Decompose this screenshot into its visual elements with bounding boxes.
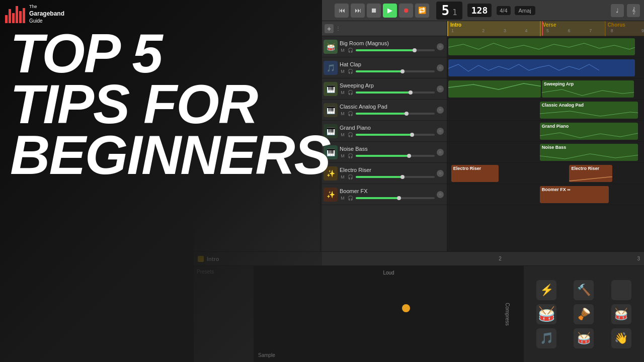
ruler-mark-5: 5 — [537, 28, 558, 33]
track-row: ✨ Electro Riser M 🎧 ○ — [320, 163, 447, 184]
track-headphone-analog-pad[interactable]: 🎧 — [347, 111, 353, 117]
track-headphone-noise-bass[interactable]: 🎧 — [347, 153, 353, 159]
position-bars: 5 — [441, 3, 449, 18]
track-headphone-big-room[interactable]: 🎧 — [347, 47, 353, 53]
instrument-item-hammer[interactable]: 🔨 — [567, 280, 600, 300]
logo-text: The Garageband Guide — [29, 4, 64, 24]
segment-grand-piano[interactable]: Grand Piano — [540, 123, 638, 140]
timeline-hat-clap — [447, 57, 644, 78]
ruler-mark-1: 1 — [451, 28, 473, 33]
segment-electro-riser-2[interactable]: Electro Riser — [569, 165, 612, 182]
ruler-mark-2: 2 — [473, 28, 495, 33]
fast-forward-btn[interactable]: ⏭ — [351, 4, 365, 18]
segment-label-grand-piano: Grand Piano — [540, 123, 638, 130]
instrument-item-shaker[interactable]: 🪘 — [567, 304, 600, 324]
track-volume-sweeping-arp[interactable] — [356, 92, 435, 94]
track-row: 🎹 Sweeping Arp M 🎧 ○ — [320, 78, 447, 100]
tracks-panel: + ⋮ 🥁 Big Room (Magnus) M 🎧 — [320, 21, 447, 251]
segment-label-analog-pad: Classic Analog Pad — [540, 102, 638, 109]
timeline-grand-piano: Grand Piano — [447, 121, 644, 142]
track-mute-sweeping-arp[interactable]: M — [340, 89, 346, 96]
track-mute-boomer-fx[interactable]: M — [340, 195, 346, 201]
track-knob-sweeping-arp[interactable]: ○ — [437, 85, 444, 93]
segment-hat-clap[interactable] — [448, 59, 635, 76]
stop-btn[interactable]: ⏹ — [367, 4, 381, 18]
track-headphone-grand-piano[interactable]: 🎧 — [347, 132, 353, 138]
track-controls-analog-pad: M 🎧 — [340, 111, 435, 117]
metronome-btn[interactable]: 𝄞 — [627, 4, 640, 17]
instrument-panel: ⚡ 🔨 🥁 🪘 🥁 🎵 — [523, 266, 644, 362]
track-volume-electro-riser[interactable] — [356, 176, 435, 178]
shaker-icon: 🪘 — [574, 304, 594, 324]
segment-boomer-fx[interactable]: Boomer FX ∞ — [540, 186, 609, 203]
track-mute-noise-bass[interactable]: M — [340, 153, 346, 159]
track-mute-analog-pad[interactable]: M — [340, 111, 346, 117]
snare-icon: 🥁 — [574, 328, 594, 348]
segment-noise-bass[interactable]: Noise Bass — [540, 144, 638, 161]
control-dot[interactable] — [402, 304, 410, 312]
time-signature[interactable]: 4/4 — [497, 6, 510, 15]
key-display[interactable]: Amaj — [515, 6, 535, 15]
track-headphone-sweeping-arp[interactable]: 🎧 — [347, 89, 353, 96]
track-headphone-electro-riser[interactable]: 🎧 — [347, 174, 353, 180]
segment-analog-pad[interactable]: Classic Analog Pad — [540, 102, 638, 119]
track-name-electro-riser: Electro Riser — [340, 167, 435, 173]
track-knob-grand-piano[interactable]: ○ — [437, 128, 444, 135]
play-btn[interactable]: ▶ — [383, 4, 397, 18]
instrument-item-drum[interactable]: 🥁 — [605, 304, 638, 324]
timeline-area: Intro Verse Chorus 1 2 3 4 5 6 7 8 9 — [447, 21, 644, 251]
segment-electro-riser-1[interactable]: Electro Riser — [451, 165, 499, 182]
instrument-item-hand[interactable]: 👋 — [605, 328, 638, 348]
tempo-display[interactable]: 128 — [467, 4, 492, 17]
track-knob-big-room[interactable]: ○ — [437, 43, 444, 50]
timeline-analog-pad: Classic Analog Pad — [447, 100, 644, 121]
bottom-ruler-2: 3 — [637, 256, 640, 261]
track-volume-hat-clap[interactable] — [356, 70, 435, 72]
instrument-item-cymbal[interactable]: 🎵 — [530, 328, 563, 348]
cycle-btn[interactable]: 🔁 — [415, 4, 429, 18]
track-controls-grand-piano: M 🎧 — [340, 132, 435, 138]
track-volume-noise-bass[interactable] — [356, 155, 435, 157]
instrument-item-plate[interactable]: 🥁 — [530, 304, 563, 324]
track-mute-electro-riser[interactable]: M — [340, 174, 346, 180]
track-mute-grand-piano[interactable]: M — [340, 132, 346, 138]
track-volume-big-room[interactable] — [356, 49, 435, 51]
rewind-btn[interactable]: ⏮ — [335, 4, 349, 18]
segment-sweeping-arp[interactable] — [448, 80, 541, 98]
compress-label: Compress — [505, 303, 511, 326]
record-btn[interactable]: ⏺ — [399, 4, 413, 18]
position-display: 5 1 — [436, 2, 462, 20]
track-headphone-hat-clap[interactable]: 🎧 — [347, 68, 353, 74]
track-volume-grand-piano[interactable] — [356, 134, 435, 136]
track-knob-electro-riser[interactable]: ○ — [437, 170, 444, 177]
track-mute-big-room[interactable]: M — [340, 47, 346, 53]
notes-btn[interactable]: ♩ — [611, 4, 624, 17]
timeline-noise-bass: Noise Bass — [447, 142, 644, 163]
empty-icon-1 — [611, 280, 631, 300]
cymbal-icon: 🎵 — [536, 328, 556, 348]
track-name-noise-bass: Noise Bass — [340, 146, 435, 152]
track-knob-boomer-fx[interactable]: ○ — [437, 191, 444, 198]
lightning-icon: ⚡ — [536, 280, 556, 300]
segment-sweeping-arp-2[interactable]: Sweeping Arp — [542, 80, 634, 98]
instrument-item-empty1 — [605, 280, 638, 300]
track-controls-boomer-fx: M 🎧 — [340, 195, 435, 201]
track-info-analog-pad: Classic Analog Pad M 🎧 — [340, 104, 435, 117]
track-knob-hat-clap[interactable]: ○ — [437, 64, 444, 71]
track-knob-noise-bass[interactable]: ○ — [437, 149, 444, 156]
track-mute-hat-clap[interactable]: M — [340, 68, 346, 74]
track-info-noise-bass: Noise Bass M 🎧 — [340, 146, 435, 159]
track-volume-analog-pad[interactable] — [356, 113, 435, 115]
segment-label-electro-riser-2: Electro Riser — [569, 165, 612, 172]
track-controls-hat-clap: M 🎧 — [340, 68, 435, 74]
track-icon-boomer-fx: ✨ — [324, 188, 338, 202]
title-line2: TIPS FOR — [10, 78, 330, 129]
instrument-item-lightning[interactable]: ⚡ — [530, 280, 563, 300]
track-headphone-boomer-fx[interactable]: 🎧 — [347, 195, 353, 201]
segment-big-room[interactable] — [448, 38, 635, 55]
track-name-big-room: Big Room (Magnus) — [340, 40, 435, 46]
instrument-item-snare[interactable]: 🥁 — [567, 328, 600, 348]
track-knob-analog-pad[interactable]: ○ — [437, 107, 444, 114]
track-volume-boomer-fx[interactable] — [356, 197, 435, 199]
tracks-header: + ⋮ — [320, 21, 447, 36]
